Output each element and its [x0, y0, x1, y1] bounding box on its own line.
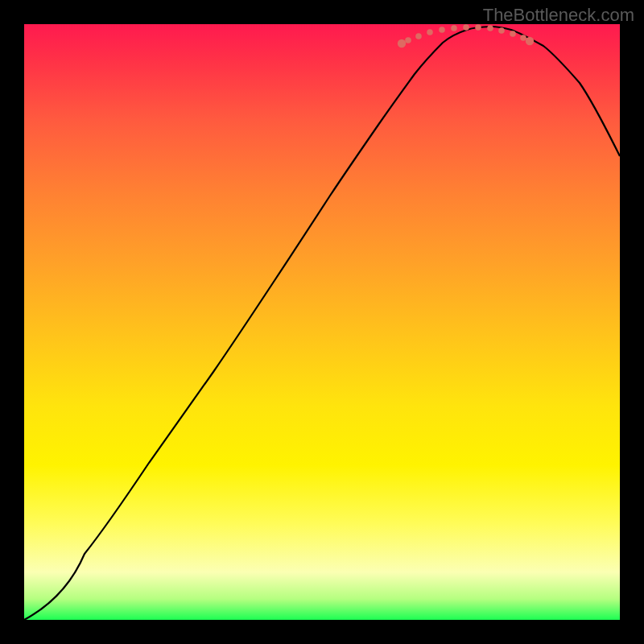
marker-dot: [487, 25, 493, 31]
bottleneck-curve: [24, 27, 620, 620]
marker-dot: [498, 27, 505, 34]
marker-dot: [427, 29, 433, 35]
marker-dot: [520, 35, 526, 41]
watermark-text: TheBottleneck.com: [483, 5, 634, 26]
chart-frame: TheBottleneck.com: [0, 0, 644, 644]
marker-dot: [439, 27, 445, 33]
plot-area: [24, 24, 620, 620]
marker-dot: [405, 37, 411, 43]
marker-dot: [510, 31, 516, 37]
marker-dot: [475, 24, 481, 31]
curve-layer: [24, 24, 620, 620]
marker-dot: [415, 33, 422, 39]
marker-dot: [526, 37, 534, 45]
marker-dot: [398, 39, 406, 47]
marker-dot: [463, 24, 469, 31]
dotted-band: [398, 24, 534, 47]
marker-dot: [451, 25, 457, 31]
